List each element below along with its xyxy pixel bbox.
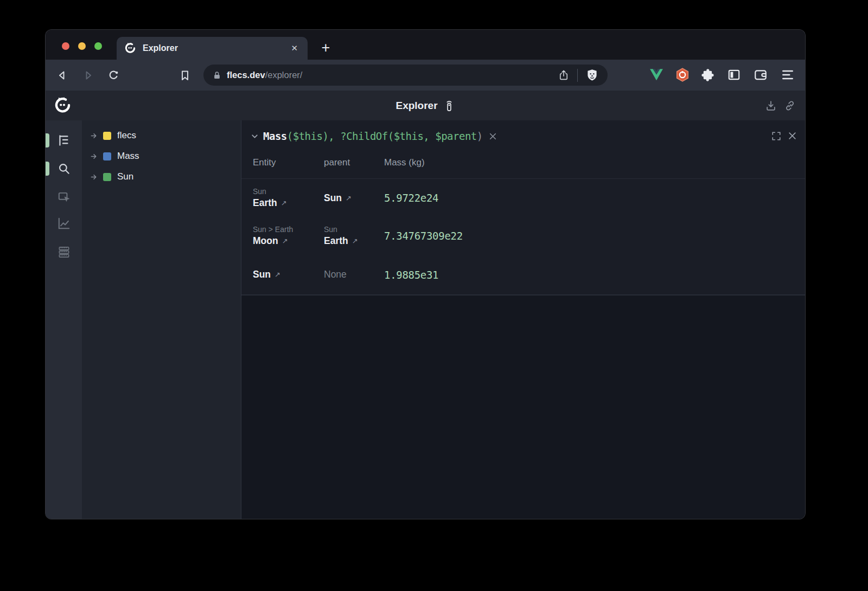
download-icon[interactable] (765, 100, 777, 112)
entity-link[interactable]: Earth (253, 197, 277, 209)
query-term-tail: ) (477, 130, 483, 142)
address-bar[interactable]: flecs.dev/explorer/ (203, 65, 608, 86)
collapse-chevron-icon[interactable] (250, 132, 259, 141)
parent-cell: Sun↗ (324, 179, 384, 217)
share-icon[interactable] (558, 69, 570, 81)
expand-arrow-icon[interactable] (90, 173, 98, 181)
column-header-parent: parent (324, 157, 384, 168)
query-expression[interactable]: Mass($this), ?ChildOf($this, $parent) (263, 130, 483, 142)
tree-item-label: flecs (117, 130, 136, 141)
mass-value: 1.9885e31 (384, 269, 503, 281)
fullscreen-icon[interactable] (771, 131, 781, 141)
expand-arrow-icon[interactable] (90, 152, 98, 160)
tab-title: Explorer (143, 43, 289, 53)
tree-item-sun[interactable]: Sun (82, 166, 241, 187)
entity-path: Sun (253, 187, 324, 196)
vue-devtools-icon[interactable] (649, 68, 663, 82)
mass-cell: 7.34767309e22 (384, 217, 503, 255)
tree-panel-active-indicator (46, 133, 49, 147)
result-row: Sun > Earth Moon↗ Sun Earth↗ 7.34767309e… (241, 217, 805, 255)
entity-cell: Sun > Earth Moon↗ (253, 217, 324, 255)
expand-arrow-icon[interactable] (90, 132, 98, 140)
browser-window: Explorer ✕ + flecs.dev/explorer/ (46, 30, 805, 519)
link-icon[interactable] (784, 100, 796, 112)
panel-divider[interactable] (241, 294, 805, 295)
column-header-mass: Mass (kg) (384, 157, 503, 168)
query-panel-active-indicator (46, 162, 49, 176)
page-title: Explorer (395, 100, 437, 112)
column-header-entity: Entity (253, 157, 324, 168)
entity-color-swatch (103, 132, 111, 140)
remote-icon[interactable] (443, 99, 455, 112)
back-button[interactable] (56, 69, 69, 82)
parent-link[interactable]: Sun (324, 192, 342, 204)
hexagon-extension-icon[interactable] (675, 68, 690, 82)
tab-explorer[interactable]: Explorer ✕ (117, 37, 308, 60)
entity-link[interactable]: Sun (253, 269, 271, 280)
parent-path: Sun (324, 225, 384, 234)
icon-sidebar (46, 120, 82, 519)
main-panel: Mass($this), ?ChildOf($this, $parent) En… (241, 120, 805, 519)
goto-arrow-icon[interactable]: ↗ (282, 237, 288, 245)
mass-cell: 5.9722e24 (384, 179, 503, 217)
sidebar-toggle-icon[interactable] (727, 68, 741, 82)
parent-none-value: None (324, 269, 347, 280)
parent-cell: Sun Earth↗ (324, 217, 384, 255)
close-window-button[interactable] (62, 42, 69, 50)
extensions-puzzle-icon[interactable] (701, 68, 715, 82)
goto-arrow-icon[interactable]: ↗ (352, 237, 358, 245)
entity-tree-panel: flecs Mass Sun (82, 120, 241, 519)
bookmark-button[interactable] (178, 69, 192, 82)
parent-cell: None (324, 255, 384, 294)
url-domain: flecs.dev (227, 70, 265, 80)
menu-icon[interactable] (781, 68, 795, 82)
result-row: Sun Earth↗ Sun↗ 5.9722e24 (241, 179, 805, 217)
tree-item-label: Sun (117, 171, 133, 182)
mass-value: 7.34767309e22 (384, 230, 503, 242)
entity-color-swatch (103, 173, 111, 181)
query-results-panel: Mass($this), ?ChildOf($this, $parent) En… (241, 120, 805, 294)
query-term-body: ($this), ?ChildOf($this, $parent (287, 130, 477, 142)
entity-cell: Sun Earth↗ (253, 179, 324, 217)
minimize-window-button[interactable] (78, 42, 86, 50)
close-panel-icon[interactable] (788, 131, 797, 140)
flecs-logo-icon (54, 97, 72, 114)
inspect-icon[interactable] (57, 190, 71, 204)
tree-item-label: Mass (117, 151, 139, 162)
chart-icon[interactable] (57, 216, 71, 230)
tree-item-mass[interactable]: Mass (82, 146, 241, 166)
mass-cell: 1.9885e31 (384, 255, 503, 294)
entity-color-swatch (103, 152, 111, 160)
goto-arrow-icon[interactable]: ↗ (275, 271, 280, 279)
browser-toolbar: flecs.dev/explorer/ (46, 60, 805, 91)
tree-item-flecs[interactable]: flecs (82, 125, 241, 146)
tree-view-icon[interactable] (57, 133, 71, 147)
brave-shield-icon[interactable] (585, 68, 599, 82)
memory-icon[interactable] (57, 245, 71, 259)
query-term-name: Mass (263, 130, 287, 142)
mass-value: 5.9722e24 (384, 192, 503, 204)
parent-link[interactable]: Earth (324, 235, 348, 247)
clear-query-icon[interactable] (488, 132, 497, 141)
content-area: flecs Mass Sun (46, 120, 805, 519)
entity-link[interactable]: Moon (253, 235, 278, 247)
results-header: Entity parent Mass (kg) (241, 149, 805, 179)
reload-button[interactable] (107, 69, 120, 82)
new-tab-button[interactable]: + (318, 41, 333, 55)
lock-icon (212, 70, 222, 80)
forward-button[interactable] (81, 69, 94, 82)
entity-cell: Sun↗ (253, 255, 324, 294)
tab-strip: Explorer ✕ + (46, 30, 805, 60)
tab-close-icon[interactable]: ✕ (289, 42, 300, 54)
entity-path: Sun > Earth (253, 225, 324, 234)
goto-arrow-icon[interactable]: ↗ (281, 199, 287, 207)
query-bar: Mass($this), ?ChildOf($this, $parent) (241, 125, 805, 147)
search-icon[interactable] (57, 162, 71, 176)
page-header: Explorer (46, 91, 805, 120)
divider (577, 69, 578, 82)
url-path: /explorer/ (265, 70, 303, 80)
result-row: Sun↗ None 1.9885e31 (241, 255, 805, 294)
goto-arrow-icon[interactable]: ↗ (346, 194, 352, 202)
maximize-window-button[interactable] (94, 42, 102, 50)
wallet-icon[interactable] (754, 68, 768, 82)
